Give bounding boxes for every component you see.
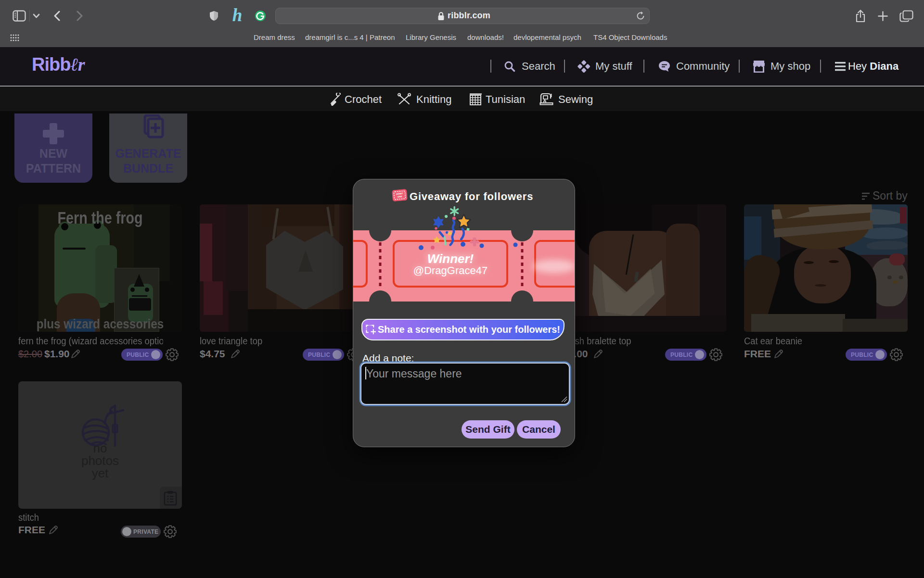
svg-text:ONE: ONE: [398, 195, 402, 198]
